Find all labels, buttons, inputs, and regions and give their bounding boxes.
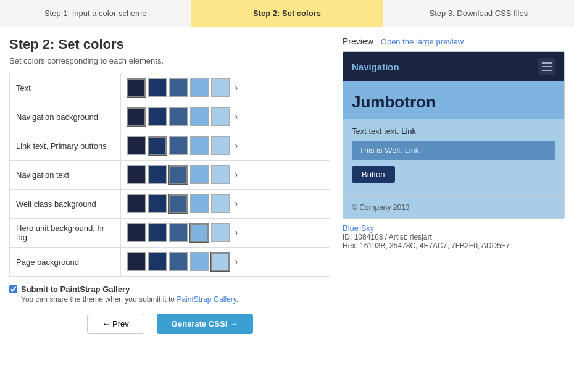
color-row-swatches-cell: ›	[121, 161, 330, 190]
color-row-swatches-cell: ›	[121, 73, 330, 102]
chevron-right-icon[interactable]: ›	[235, 198, 238, 209]
color-row: Text›	[10, 73, 330, 102]
color-swatch[interactable]	[148, 78, 167, 97]
color-row-label: Hero unit background, hr tag	[10, 219, 121, 248]
color-swatch[interactable]	[211, 165, 230, 184]
palette-id: ID: 1084168 / Artist: riesjart	[343, 233, 432, 241]
color-row: Link text, Primary buttons›	[10, 131, 330, 161]
color-row-swatches-cell: ›	[121, 131, 330, 161]
preview-jumbotron-title: Jumbotron	[352, 93, 555, 112]
wizard-step-1[interactable]: Step 1: Input a color scheme	[0, 0, 191, 27]
color-swatch[interactable]	[127, 165, 146, 184]
color-swatch[interactable]	[211, 194, 230, 213]
swatch-group: ›	[127, 194, 323, 213]
color-row-swatches-cell: ›	[121, 248, 330, 277]
color-swatch[interactable]	[169, 107, 188, 126]
left-panel: Step 2: Set colors Set colors correspond…	[9, 36, 330, 334]
main-content: Step 2: Set colors Set colors correspond…	[0, 27, 574, 343]
color-row: Page background›	[10, 248, 330, 277]
open-large-preview-link[interactable]: Open the large preview	[381, 37, 464, 46]
color-swatch[interactable]	[148, 107, 167, 126]
preview-text-line: Text text text. Link	[352, 127, 555, 136]
color-swatch[interactable]	[211, 223, 230, 242]
color-swatch[interactable]	[127, 78, 146, 97]
color-swatch[interactable]	[127, 136, 146, 155]
color-row-label: Well class background	[10, 190, 121, 219]
preview-jumbotron: Jumbotron	[343, 81, 564, 119]
palette-hex: Hex: 16193B, 35478C, 4E7AC7, 7FB2F0, ADD…	[343, 241, 510, 250]
submit-label[interactable]: Submit to PaintStrap Gallery	[21, 285, 130, 294]
color-row: Navigation background›	[10, 102, 330, 131]
color-swatch[interactable]	[190, 252, 209, 271]
page-subtitle: Set colors corresponding to each element…	[9, 56, 330, 65]
color-swatch[interactable]	[190, 223, 209, 242]
chevron-right-icon[interactable]: ›	[235, 111, 238, 122]
preview-footer: © Company 2013	[343, 196, 564, 218]
palette-name-link[interactable]: Blue Sky	[343, 223, 374, 233]
submit-description: You can share the theme when you submit …	[21, 295, 238, 304]
submit-area: Submit to PaintStrap Gallery You can sha…	[9, 284, 330, 304]
color-swatch[interactable]	[190, 136, 209, 155]
color-swatch[interactable]	[211, 252, 230, 271]
swatch-group: ›	[127, 252, 323, 271]
preview-box: Navigation Jumbotron Text text text. Lin…	[343, 51, 565, 219]
color-row-label: Page background	[10, 248, 121, 277]
palette-info: Blue Sky ID: 1084168 / Artist: riesjart …	[343, 223, 565, 250]
submit-checkbox[interactable]	[9, 285, 17, 293]
color-swatch[interactable]	[148, 252, 167, 271]
preview-well: This is Well. Link	[352, 141, 555, 160]
color-swatch[interactable]	[169, 78, 188, 97]
color-swatch[interactable]	[211, 78, 230, 97]
preview-well-link[interactable]: Link	[404, 146, 419, 155]
chevron-right-icon[interactable]: ›	[235, 169, 238, 180]
wizard-step-3[interactable]: Step 3: Download CSS files	[383, 0, 574, 27]
color-row-label: Text	[10, 73, 121, 102]
color-row-swatches-cell: ›	[121, 190, 330, 219]
paintstrap-gallery-link[interactable]: PaintStrap Gallery	[177, 295, 236, 304]
preview-body: Text text text. Link This is Well. Link …	[343, 119, 564, 196]
generate-button[interactable]: Generate CSS! →	[157, 314, 253, 334]
color-swatch[interactable]	[190, 107, 209, 126]
color-row-swatches-cell: ›	[121, 102, 330, 131]
color-swatch[interactable]	[211, 136, 230, 155]
preview-header: Preview Open the large preview	[343, 36, 565, 46]
page-title: Step 2: Set colors	[9, 36, 330, 52]
color-swatch[interactable]	[148, 136, 167, 155]
chevron-right-icon[interactable]: ›	[235, 140, 238, 151]
color-swatch[interactable]	[148, 194, 167, 213]
color-row: Well class background›	[10, 190, 330, 219]
preview-button[interactable]: Button	[352, 166, 395, 183]
color-swatch[interactable]	[190, 78, 209, 97]
swatch-group: ›	[127, 165, 323, 184]
color-swatch[interactable]	[169, 194, 188, 213]
hamburger-button[interactable]	[538, 58, 555, 75]
chevron-right-icon[interactable]: ›	[235, 82, 238, 93]
color-swatch[interactable]	[211, 107, 230, 126]
color-swatch[interactable]	[148, 165, 167, 184]
color-swatch[interactable]	[148, 223, 167, 242]
preview-navbar: Navigation	[343, 52, 564, 81]
swatch-group: ›	[127, 78, 323, 97]
color-swatch[interactable]	[127, 223, 146, 242]
preview-body-link[interactable]: Link	[401, 127, 416, 136]
chevron-right-icon[interactable]: ›	[235, 227, 238, 238]
color-swatch[interactable]	[127, 107, 146, 126]
color-row-label: Navigation text	[10, 161, 121, 190]
color-row-label: Link text, Primary buttons	[10, 131, 121, 161]
color-swatch[interactable]	[127, 252, 146, 271]
color-row: Navigation text›	[10, 161, 330, 190]
color-swatch[interactable]	[169, 223, 188, 242]
chevron-right-icon[interactable]: ›	[235, 256, 238, 267]
preview-nav-title: Navigation	[352, 62, 399, 72]
color-swatch[interactable]	[127, 194, 146, 213]
right-panel: Preview Open the large preview Navigatio…	[343, 36, 565, 334]
swatch-group: ›	[127, 136, 323, 155]
wizard-step-2[interactable]: Step 2: Set colors	[191, 0, 383, 27]
color-swatch[interactable]	[169, 165, 188, 184]
color-swatch[interactable]	[169, 136, 188, 155]
color-swatch[interactable]	[169, 252, 188, 271]
prev-button[interactable]: ← Prev	[87, 314, 144, 334]
color-swatch[interactable]	[190, 194, 209, 213]
color-swatch[interactable]	[190, 165, 209, 184]
nav-buttons: ← Prev Generate CSS! →	[9, 314, 330, 334]
